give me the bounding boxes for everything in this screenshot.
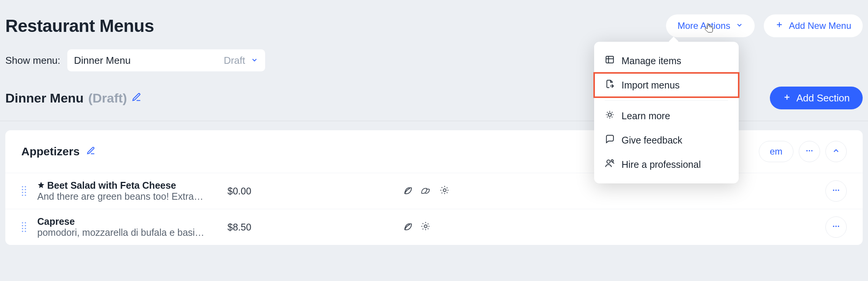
collapse-section-button[interactable] [825,141,847,162]
current-menu-title: Dinner Menu [5,91,84,106]
item-description: And there are green beans too! Extra… [37,191,216,202]
page-title: Restaurant Menus [5,16,154,36]
svg-line-58 [607,117,608,117]
svg-line-40 [423,223,424,224]
drag-handle[interactable] [21,221,37,233]
svg-point-15 [443,189,446,192]
dropdown-item-label: Learn more [622,111,670,122]
svg-point-11 [22,192,24,193]
more-actions-label: More Actions [677,21,730,31]
edit-section-name-button[interactable] [86,146,95,157]
current-menu-status: (Draft) [88,91,127,106]
sun-icon [420,221,431,234]
dropdown-item-label: Import menus [622,80,680,91]
section-action-partial[interactable]: em [759,141,793,162]
svg-line-55 [607,112,608,113]
add-section-label: Add Section [796,92,850,104]
add-section-button[interactable]: Add Section [770,87,863,109]
svg-rect-47 [606,56,614,63]
more-section-options-button[interactable] [799,141,820,162]
chevron-up-icon [832,147,840,156]
leaf-icon [402,221,414,234]
dropdown-item-chat[interactable]: Give feedback [594,128,739,152]
grid-icon [605,55,615,67]
dropdown-divider [605,100,728,101]
drag-handle[interactable] [21,185,37,197]
chevron-down-icon [251,55,258,66]
dropdown-item-import[interactable]: Import menus [594,73,739,97]
chevron-down-icon [736,21,743,31]
svg-point-4 [806,150,808,152]
more-actions-dropdown: Manage items Import menus Learn more Giv… [594,42,739,183]
svg-point-5 [809,150,810,152]
item-more-options-button[interactable] [825,180,847,202]
svg-point-25 [835,189,837,191]
svg-line-21 [447,193,448,194]
item-price: $8.50 [227,222,402,233]
svg-line-42 [428,223,429,224]
double-leaf-icon [420,185,433,197]
svg-point-50 [608,113,612,117]
dropdown-item-label: Hire a professional [622,159,701,170]
svg-point-30 [25,225,26,227]
svg-point-6 [811,150,813,152]
leaf-icon [402,185,414,197]
svg-point-13 [22,195,24,196]
dropdown-item-grid[interactable]: Manage items [594,49,739,73]
svg-line-22 [447,187,448,188]
bulb-icon [605,110,615,122]
item-title: Caprese [37,216,75,227]
svg-point-14 [25,195,26,196]
section-action-partial-label: em [770,146,782,157]
ellipsis-icon [832,222,840,232]
svg-point-32 [25,228,26,229]
svg-point-27 [22,222,24,224]
svg-line-57 [612,112,612,113]
svg-point-29 [22,225,24,227]
star-icon [37,180,45,191]
svg-point-31 [22,228,24,229]
item-price: $0.00 [227,186,402,197]
chat-icon [605,134,615,146]
menu-select[interactable]: Dinner Menu Draft [67,49,265,71]
more-actions-button[interactable]: More Actions [666,14,755,37]
svg-point-24 [833,189,835,191]
ellipsis-icon [805,147,814,156]
svg-point-10 [25,189,26,191]
svg-point-12 [25,192,26,193]
svg-point-60 [611,160,613,162]
plus-icon [783,92,791,104]
pro-icon [605,158,615,170]
svg-point-7 [22,186,24,188]
item-title: Beet Salad with Feta Cheese [47,180,176,191]
svg-point-33 [22,231,24,232]
svg-point-9 [22,189,24,191]
svg-point-46 [838,226,839,227]
svg-point-45 [835,226,837,227]
item-description: pomodori, mozzarella di bufala e basi… [37,227,216,238]
import-icon [605,79,615,91]
dropdown-item-pro[interactable]: Hire a professional [594,152,739,177]
section-title: Appetizers [21,145,79,158]
svg-point-26 [838,189,839,191]
show-menu-label: Show menu: [5,55,60,66]
plus-icon [775,21,784,31]
svg-line-56 [612,117,612,117]
sun-icon [439,185,450,197]
add-new-menu-button[interactable]: Add New Menu [764,14,863,37]
item-tags [402,221,825,234]
svg-line-23 [442,193,443,194]
svg-point-28 [25,222,26,224]
svg-point-44 [833,226,835,227]
menu-select-status: Draft [224,55,245,66]
svg-line-43 [423,229,424,230]
dropdown-item-bulb[interactable]: Learn more [594,104,739,128]
edit-menu-name-button[interactable] [132,92,141,104]
dropdown-item-label: Give feedback [622,135,682,146]
svg-line-41 [428,229,429,230]
ellipsis-icon [832,186,840,196]
svg-point-59 [607,160,610,163]
menu-item-row: Caprese pomodori, mozzarella di bufala e… [5,209,863,245]
item-more-options-button[interactable] [825,216,847,238]
add-new-menu-label: Add New Menu [789,21,851,31]
